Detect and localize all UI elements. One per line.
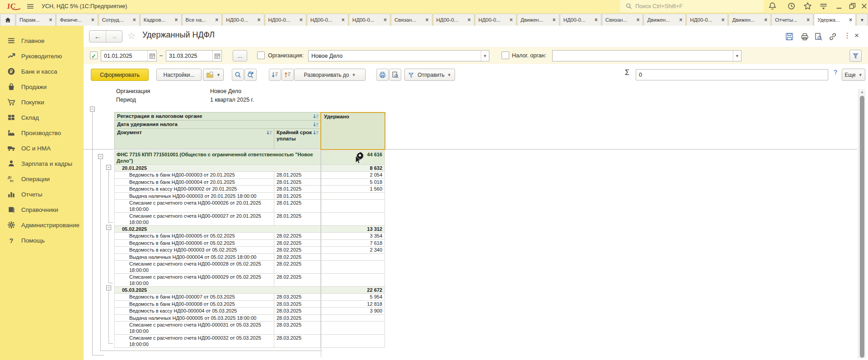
fns-group-name-cell[interactable]: ФНС 7715 КПП 771501001 (Общество с огран… bbox=[114, 151, 321, 164]
tab-8[interactable]: НД00-0...× bbox=[307, 14, 348, 26]
due-date-cell[interactable]: 28.02.2025 bbox=[274, 233, 321, 239]
withheld-amount-cell[interactable] bbox=[321, 322, 385, 334]
sidebar-item-proizvodstvo[interactable]: Производство bbox=[0, 125, 84, 140]
tab-10[interactable]: Связан...× bbox=[391, 14, 432, 26]
tab-close-icon[interactable]: × bbox=[595, 17, 598, 23]
calendar-icon[interactable] bbox=[212, 51, 221, 61]
organization-checkbox[interactable] bbox=[257, 51, 265, 59]
close-form-icon[interactable]: × bbox=[854, 31, 859, 40]
chevron-down-icon[interactable]: ▼ bbox=[733, 51, 741, 61]
collapse-groups-button[interactable] bbox=[269, 69, 281, 81]
frozen-rows-splitter[interactable] bbox=[84, 149, 857, 150]
document-cell[interactable]: Ведомость в банк НД00-000004 от 20.01.20… bbox=[114, 179, 274, 186]
document-cell[interactable]: Ведомость в кассу НД00-000003 от 05.02.2… bbox=[114, 247, 274, 253]
save-icon[interactable] bbox=[785, 32, 794, 41]
sidebar-item-bank-i-kassa[interactable]: ₽Банк и касса bbox=[0, 64, 84, 79]
due-date-cell[interactable]: 28.02.2025 bbox=[274, 254, 321, 261]
autosum-input[interactable]: 0 bbox=[636, 69, 828, 80]
tab-close-icon[interactable]: × bbox=[384, 17, 387, 23]
withheld-amount-cell[interactable] bbox=[321, 193, 385, 200]
tab-close-icon[interactable]: × bbox=[426, 17, 429, 23]
withheld-amount-cell[interactable]: 1 560 bbox=[321, 186, 385, 192]
withheld-amount-cell[interactable]: 5 954 bbox=[321, 294, 385, 300]
sidebar-item-os-i-nma[interactable]: ОС и НМА bbox=[0, 140, 84, 156]
collapse-group-button[interactable]: − bbox=[106, 285, 111, 290]
tab-14[interactable]: НД00-0...× bbox=[560, 14, 601, 26]
history-icon[interactable] bbox=[787, 2, 796, 10]
chevron-down-icon[interactable]: ▼ bbox=[481, 51, 489, 61]
sidebar-item-spravochniki[interactable]: Справочники bbox=[0, 202, 84, 217]
due-date-cell[interactable]: 28.01.2025 bbox=[274, 179, 321, 186]
help-button[interactable]: ? bbox=[834, 69, 837, 76]
sidebar-item-otchety[interactable]: Отчеты bbox=[0, 187, 84, 202]
tab-close-icon[interactable]: × bbox=[764, 17, 767, 23]
tab-close-icon[interactable]: × bbox=[721, 17, 724, 23]
tab-close-icon[interactable]: × bbox=[468, 17, 471, 23]
tab-close-icon[interactable]: × bbox=[91, 17, 94, 23]
sort-icon[interactable] bbox=[313, 114, 319, 119]
sidebar-item-zarplata-i-kadry[interactable]: Зарплата и кадры bbox=[0, 156, 84, 171]
tab-close-icon[interactable]: × bbox=[258, 17, 261, 23]
print-icon[interactable] bbox=[800, 32, 809, 41]
document-cell[interactable]: Списание с расчетного счета НД00-000026 … bbox=[114, 200, 274, 212]
sort-icon[interactable] bbox=[313, 130, 319, 136]
tax-authority-select[interactable]: ▼ bbox=[552, 50, 741, 61]
withheld-amount-cell[interactable]: 2 340 bbox=[321, 247, 385, 253]
find-button[interactable] bbox=[232, 69, 244, 81]
column-header-document[interactable]: Документ bbox=[114, 129, 274, 149]
tab-close-icon[interactable]: × bbox=[636, 17, 639, 23]
sidebar-item-pomoshch[interactable]: ?Помощь bbox=[0, 233, 84, 248]
minimize-window-icon[interactable] bbox=[835, 2, 844, 10]
collapse-group-button[interactable]: − bbox=[98, 154, 103, 159]
column-header-withheld-selected[interactable]: Удержано bbox=[320, 112, 385, 150]
document-cell[interactable]: Ведомость в банк НД00-000003 от 20.01.20… bbox=[114, 172, 274, 178]
tab-close-icon[interactable]: × bbox=[510, 17, 513, 23]
document-cell[interactable]: Выдача наличных НД00-000005 от 05.03.202… bbox=[114, 315, 274, 322]
period-more-button[interactable]: ... bbox=[233, 50, 247, 61]
tab-20[interactable]: Удержа...× bbox=[814, 14, 856, 26]
date-group-cell[interactable]: 20.01.2025 bbox=[114, 165, 321, 171]
tab-7[interactable]: НД00-0...× bbox=[265, 14, 306, 26]
column-header-registration[interactable]: Регистрация в налоговом органе bbox=[114, 112, 321, 120]
more-actions-icon[interactable]: ⋮ bbox=[844, 31, 851, 40]
main-menu-icon[interactable] bbox=[26, 2, 34, 10]
sidebar-item-glavnoe[interactable]: Главное bbox=[0, 33, 84, 48]
settings-button[interactable]: Настройки... bbox=[156, 69, 202, 81]
withheld-amount-cell[interactable]: 12 818 bbox=[321, 301, 385, 308]
scroll-up-icon[interactable]: ▲ bbox=[859, 89, 866, 95]
document-cell[interactable]: Ведомость в кассу НД00-000004 от 05.03.2… bbox=[114, 308, 274, 314]
scrollbar-thumb[interactable] bbox=[860, 96, 864, 358]
tab-17[interactable]: НД00-0...× bbox=[686, 14, 728, 26]
filter-settings-button[interactable] bbox=[849, 50, 862, 62]
tab-18[interactable]: Движен...× bbox=[728, 14, 771, 26]
due-date-cell[interactable]: 28.01.2025 bbox=[274, 213, 321, 225]
service-menu-icon[interactable] bbox=[819, 2, 828, 10]
tab-2[interactable]: Физиче...× bbox=[56, 14, 98, 26]
date-group-total-cell[interactable]: 13 312 bbox=[321, 226, 385, 232]
generate-button[interactable]: Сформировать bbox=[91, 69, 149, 81]
tab-6[interactable]: НД00-0...× bbox=[222, 14, 264, 26]
due-date-cell[interactable]: 28.01.2025 bbox=[274, 186, 321, 192]
due-date-cell[interactable]: 28.03.2025 bbox=[274, 294, 321, 300]
sidebar-item-rukovoditelyu[interactable]: Руководителю bbox=[0, 48, 84, 64]
tab-15[interactable]: Связан...× bbox=[602, 14, 643, 26]
document-cell[interactable]: Списание с расчетного счета НД00-000029 … bbox=[114, 274, 274, 286]
tab-close-icon[interactable]: × bbox=[342, 17, 345, 23]
send-button[interactable]: Отправить ▼ bbox=[404, 69, 455, 81]
withheld-amount-cell[interactable] bbox=[321, 261, 385, 273]
document-cell[interactable]: Ведомость в кассу НД00-000002 от 20.01.2… bbox=[114, 186, 274, 192]
preview-icon[interactable] bbox=[814, 32, 823, 41]
withheld-amount-cell[interactable] bbox=[321, 274, 385, 286]
due-date-cell[interactable]: 28.03.2025 bbox=[274, 315, 321, 322]
tab-13[interactable]: Движен...× bbox=[517, 14, 559, 26]
tab-close-icon[interactable]: × bbox=[679, 17, 682, 23]
collapse-group-button[interactable]: − bbox=[106, 225, 111, 230]
tax-authority-checkbox[interactable] bbox=[502, 51, 509, 59]
collapse-group-button[interactable]: − bbox=[106, 165, 111, 170]
document-cell[interactable]: Списание с расчетного счета НД00-000031 … bbox=[114, 322, 274, 334]
favorite-star-icon[interactable]: ☆ bbox=[127, 30, 136, 41]
withheld-amount-cell[interactable]: 5 018 bbox=[321, 179, 385, 186]
sidebar-item-prodazhi[interactable]: Продажи bbox=[0, 79, 84, 94]
withheld-amount-cell[interactable] bbox=[321, 200, 385, 212]
collapse-group-button[interactable]: − bbox=[90, 107, 95, 112]
